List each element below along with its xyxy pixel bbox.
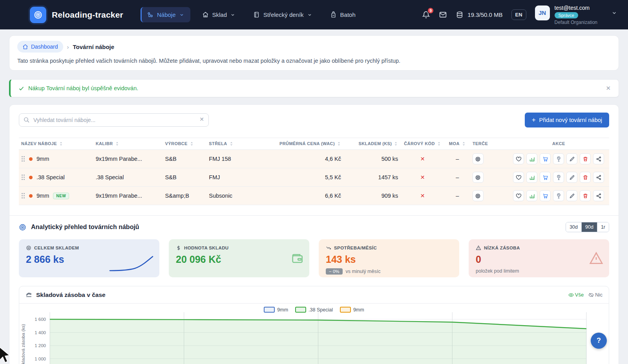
- table-row[interactable]: 9mm 9x19mm Parabe... S&B FMJ 158 4,6 Kč …: [19, 150, 609, 168]
- drag-handle-icon[interactable]: [21, 156, 25, 162]
- check-icon: [18, 86, 24, 91]
- heart-icon: [516, 156, 522, 162]
- drag-handle-icon[interactable]: [21, 193, 25, 199]
- success-alert: Nákup Tovární náboj byl úspěšně evidován…: [9, 79, 619, 97]
- table-header-row: NÁZEV NÁBOJE KALIBR VÝROBCE STŘELA PRŮMĚ…: [19, 138, 609, 150]
- edit-button[interactable]: [566, 153, 577, 164]
- pencil-icon: [569, 175, 575, 180]
- legend-swatch: [340, 307, 351, 313]
- stock-chart: 9mm .38 Special 9mm 1 6001 4001 2001 000…: [19, 304, 609, 364]
- column-header[interactable]: MOA: [447, 141, 468, 146]
- targets-button[interactable]: [473, 172, 484, 183]
- trash-icon: [582, 193, 588, 199]
- heart-icon: [516, 175, 522, 180]
- dollar-icon: [176, 245, 181, 251]
- close-icon[interactable]: ✕: [606, 85, 611, 92]
- buy-button[interactable]: [540, 153, 551, 164]
- bullseye-icon: [19, 224, 26, 231]
- favorite-button[interactable]: [513, 190, 524, 201]
- user-menu[interactable]: JN test@test.com Správce Default Organiz…: [535, 5, 617, 25]
- bar-chart-icon: [529, 175, 535, 180]
- ammo-name: 9mm: [37, 193, 49, 199]
- tree-button[interactable]: [553, 172, 564, 183]
- nav-item-sklad[interactable]: Sklad: [196, 7, 242, 22]
- delete-button[interactable]: [580, 153, 591, 164]
- hide-all-series-button[interactable]: Nic: [588, 292, 602, 298]
- notifications-button[interactable]: 9: [422, 11, 430, 19]
- favorite-button[interactable]: [513, 172, 524, 183]
- targets-button[interactable]: [473, 153, 484, 164]
- column-header[interactable]: PRŮMĚRNÁ CENA (WAC): [276, 141, 341, 146]
- cart-icon: [542, 193, 548, 199]
- legend-item[interactable]: .38 Special: [295, 307, 333, 313]
- table-row[interactable]: .38 Special .38 Special S&B FMJ 5,5 Kč 1…: [19, 168, 609, 187]
- search-input[interactable]: [19, 113, 209, 127]
- column-header[interactable]: VÝROBCE: [165, 141, 204, 146]
- share-button[interactable]: [593, 153, 604, 164]
- share-button[interactable]: [593, 172, 604, 183]
- delete-button[interactable]: [580, 190, 591, 201]
- range-90d-button[interactable]: 90d: [582, 222, 597, 232]
- svg-text:Skladová zásoba (ks): Skladová zásoba (ks): [21, 324, 26, 364]
- nav-item-batoh[interactable]: Batoh: [324, 7, 362, 22]
- target-icon: [26, 245, 31, 251]
- stats-button[interactable]: [526, 153, 537, 164]
- stock-cell: 1457 ks: [343, 168, 400, 187]
- buy-button[interactable]: [540, 172, 551, 183]
- plus-icon: +: [532, 116, 536, 124]
- share-button[interactable]: [593, 190, 604, 201]
- pencil-icon: [569, 193, 575, 199]
- tree-button[interactable]: [553, 190, 564, 201]
- column-header[interactable]: STŘELA: [209, 141, 271, 146]
- stats-button[interactable]: [526, 172, 537, 183]
- journal-icon: [253, 11, 260, 18]
- column-header[interactable]: KALIBR: [96, 141, 161, 146]
- range-1r-button[interactable]: 1r: [597, 222, 609, 232]
- legend-swatch: [295, 307, 306, 313]
- share-icon: [596, 156, 602, 162]
- svg-text:1 200: 1 200: [35, 343, 46, 348]
- svg-text:1 000: 1 000: [35, 357, 46, 361]
- edit-button[interactable]: [566, 172, 577, 183]
- delete-button[interactable]: [580, 172, 591, 183]
- mail-icon: [439, 11, 447, 19]
- column-header[interactable]: SKLADEM (KS): [346, 141, 398, 146]
- brand[interactable]: Reloading-tracker: [30, 7, 123, 23]
- buy-button[interactable]: [540, 190, 551, 201]
- table-row[interactable]: 9mm NEW 9x19mm Parabe... S&amp;B Subsoni…: [19, 187, 609, 205]
- show-all-series-button[interactable]: Vše: [568, 292, 584, 298]
- nav-item-naboje[interactable]: Náboje: [141, 7, 190, 22]
- column-header[interactable]: NÁZEV NÁBOJE: [21, 141, 91, 146]
- help-button[interactable]: ?: [591, 333, 607, 349]
- language-selector[interactable]: EN: [511, 9, 526, 20]
- add-ammo-button[interactable]: + Přidat nový tovární náboj: [525, 113, 609, 127]
- storage-indicator[interactable]: 19.3/50.0 MB: [456, 11, 502, 19]
- clear-search-icon[interactable]: ✕: [199, 116, 204, 122]
- tree-button[interactable]: [553, 153, 564, 164]
- breadcrumb-dashboard-link[interactable]: Dashboard: [17, 41, 63, 53]
- price-cell: 4,6 Kč: [274, 150, 343, 168]
- search-icon: [23, 116, 30, 123]
- stock-cell: 500 ks: [343, 150, 400, 168]
- bullseye-icon: [33, 10, 43, 20]
- column-header[interactable]: ČÁROVÝ KÓD: [403, 141, 442, 146]
- favorite-button[interactable]: [513, 153, 524, 164]
- messages-button[interactable]: [439, 11, 447, 19]
- stats-button[interactable]: [526, 190, 537, 201]
- caliber-cell: 9x19mm Parabe...: [93, 150, 163, 168]
- stat-total-stock: CELKEM SKLADEM 2 866 ks: [19, 239, 159, 277]
- top-navbar: Reloading-tracker Náboje Sklad Střelecký…: [0, 0, 628, 29]
- price-cell: 5,5 Kč: [274, 168, 343, 187]
- edit-button[interactable]: [566, 190, 577, 201]
- legend-item[interactable]: 9mm: [340, 307, 364, 313]
- stock-sparkline: [108, 255, 155, 273]
- page-title: Tovární náboje: [73, 44, 115, 50]
- range-30d-button[interactable]: 30d: [566, 222, 582, 232]
- drag-handle-icon[interactable]: [21, 174, 25, 180]
- heart-icon: [516, 193, 522, 199]
- targets-button[interactable]: [473, 190, 484, 201]
- nav-item-strelecky-denik[interactable]: Střelecký deník: [247, 7, 318, 22]
- user-email: test@test.com: [555, 5, 597, 11]
- legend-item[interactable]: 9mm: [264, 307, 288, 313]
- warning-triangle-icon: [589, 251, 604, 266]
